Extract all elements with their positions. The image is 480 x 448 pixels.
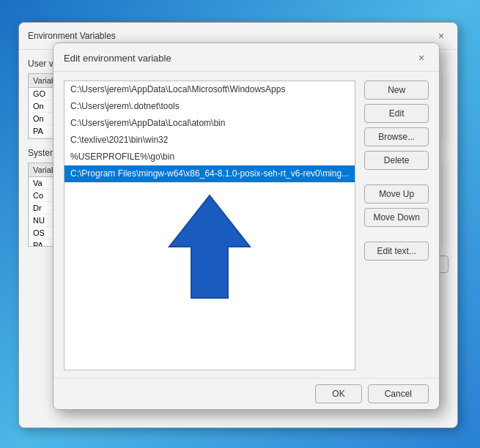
- main-dialog-title: Edit environment variable: [64, 53, 171, 64]
- system-table-scrollbar[interactable]: [441, 163, 448, 247]
- path-list-wrapper: C:\Users\jerem\AppData\Local\Microsoft\W…: [64, 81, 355, 370]
- edit-text-button[interactable]: Edit text...: [364, 242, 429, 261]
- svg-marker-0: [169, 195, 250, 298]
- button-spacer2: [364, 231, 429, 237]
- main-titlebar: Edit environment variable ×: [53, 43, 439, 72]
- bg-close-button[interactable]: ×: [434, 29, 448, 43]
- delete-button[interactable]: Delete: [364, 151, 429, 170]
- action-buttons-panel: New Edit Browse... Delete Move Up Move D…: [364, 81, 429, 370]
- move-down-button[interactable]: Move Down: [364, 208, 429, 227]
- edit-env-variable-dialog: Edit environment variable × C:\Users\jer…: [53, 42, 440, 410]
- user-table-scrollbar[interactable]: [441, 73, 448, 139]
- browse-button[interactable]: Browse...: [364, 127, 429, 146]
- ok-button[interactable]: OK: [315, 384, 361, 403]
- list-item[interactable]: C:\Users\jerem\.dotnet\tools: [64, 98, 355, 115]
- new-button[interactable]: New: [364, 81, 429, 100]
- cancel-button[interactable]: Cancel: [368, 384, 429, 403]
- list-item-selected[interactable]: C:\Program Files\mingw-w64\x86_64-8.1.0-…: [64, 165, 355, 182]
- move-up-button[interactable]: Move Up: [364, 184, 429, 204]
- button-spacer: [364, 174, 429, 180]
- main-body: C:\Users\jerem\AppData\Local\Microsoft\W…: [53, 72, 439, 379]
- list-item[interactable]: %USERPROFILE%\go\bin: [64, 149, 355, 165]
- list-item[interactable]: C:\Users\jerem\AppData\Local\atom\bin: [64, 115, 355, 132]
- list-item[interactable]: C:\texlive\2021\bin\win32: [64, 132, 355, 149]
- list-item[interactable]: C:\Users\jerem\AppData\Local\Microsoft\W…: [64, 81, 355, 98]
- edit-button[interactable]: Edit: [364, 104, 429, 123]
- main-footer: OK Cancel: [53, 378, 439, 409]
- main-close-button[interactable]: ×: [414, 51, 429, 65]
- up-arrow-icon: [166, 192, 254, 302]
- bg-dialog-title: Environment Variables: [28, 31, 116, 41]
- path-list[interactable]: C:\Users\jerem\AppData\Local\Microsoft\W…: [64, 81, 355, 370]
- arrow-overlay: [166, 192, 254, 304]
